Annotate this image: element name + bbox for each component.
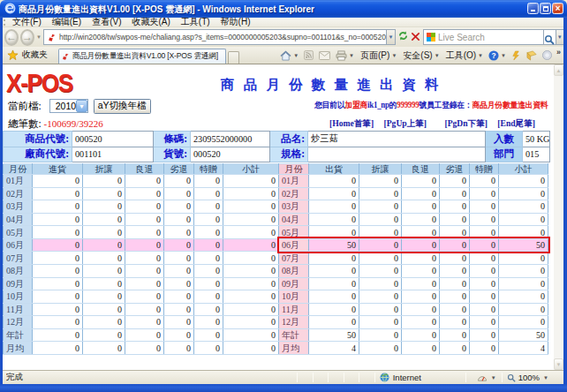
maximize-button[interactable] [540, 3, 551, 14]
scroll-up-button[interactable]: ▲ [554, 64, 563, 76]
value-cell: 0 [223, 187, 279, 200]
help-icon: ? [488, 50, 499, 61]
column-header: 小計 [499, 164, 548, 175]
table-row[interactable]: 04月00000004月000000 [4, 213, 548, 226]
value-cell: 0 [33, 303, 83, 316]
table-row[interactable]: 03月00000003月000000 [4, 200, 548, 214]
vertical-scrollbar[interactable]: ▲ ▼ [554, 64, 563, 370]
skype-button[interactable] [540, 47, 555, 64]
value-cell: 0 [223, 277, 279, 290]
value-cell: 0 [359, 226, 402, 239]
dept-label: 部門 [486, 147, 523, 162]
nav-pgup-link[interactable]: [PgUp上筆] [384, 118, 427, 128]
value-cell: 0 [194, 226, 223, 239]
table-row[interactable]: 10月00000010月000000 [4, 290, 548, 304]
switch-year-button[interactable]: aY切換年檔 [94, 99, 151, 114]
tools-menu-button[interactable]: 工具(O)▼ [442, 47, 486, 64]
table-row[interactable]: 07月00000007月000000 [4, 252, 548, 265]
read-mail-button[interactable] [316, 47, 333, 64]
table-row[interactable]: 12月00000012月000000 [4, 316, 548, 329]
minimize-button[interactable] [527, 3, 539, 14]
gauge-icon [477, 373, 488, 382]
vendor-code-field[interactable]: 001101 [72, 147, 154, 162]
product-name-field[interactable]: 炒三菇 [308, 132, 486, 147]
value-cell: 0 [440, 342, 470, 355]
page-menu-label: 页面(P) [360, 49, 389, 62]
item-code-field[interactable]: 000520 [72, 132, 154, 147]
active-tab[interactable]: 商品月份數量進出資料V1.00 [X-POS 雲通網] [58, 49, 226, 64]
close-button[interactable]: × [552, 3, 563, 14]
table-row[interactable]: 11月00000011月000000 [4, 303, 548, 316]
value-cell: 0 [440, 252, 470, 265]
value-cell: 0 [470, 303, 499, 316]
home-button[interactable]: ▼ [277, 47, 301, 64]
pack-field[interactable]: 50 KG [523, 132, 550, 147]
menu-view[interactable]: 查看(V) [87, 16, 126, 28]
value-cell: 0 [223, 264, 279, 277]
value-cell: 0 [359, 316, 402, 329]
menu-help[interactable]: 帮助(H) [215, 16, 256, 28]
address-field[interactable]: http://win2008/tw/swpos-me/chaliang.asp?… [43, 29, 387, 45]
security-zone: Internet [375, 371, 465, 384]
value-cell: 0 [223, 200, 279, 214]
menu-file[interactable]: 文件(F) [7, 16, 47, 28]
dept-field[interactable]: 015 [523, 147, 550, 162]
table-row[interactable]: 06月00000006月50000050 [4, 238, 548, 252]
value-cell: 0 [83, 264, 125, 277]
spec-field[interactable] [308, 147, 486, 162]
value-cell: 0 [359, 264, 402, 277]
table-row[interactable]: 09月00000009月000000 [4, 277, 548, 290]
zoom-control[interactable]: 100% ▼ [503, 371, 553, 384]
zoom-level: 100% [518, 373, 540, 382]
scroll-down-button[interactable]: ▼ [554, 358, 563, 370]
search-box[interactable]: Live Search [423, 29, 544, 45]
column-header: 劣退 [164, 164, 194, 175]
feeds-button[interactable] [301, 47, 316, 64]
protected-mode-panel[interactable]: ▼ [466, 371, 502, 384]
table-row[interactable]: 年計000000年計50000050 [4, 328, 548, 342]
sku-field[interactable]: 000520 [191, 147, 270, 162]
new-tab-button[interactable] [228, 51, 239, 64]
vendor-code-label: 廠商代號: [4, 147, 72, 162]
table-row[interactable]: 08月00000008月000000 [4, 264, 548, 277]
stop-button[interactable] [411, 29, 420, 45]
value-cell: 0 [223, 226, 279, 239]
value-cell: 0 [402, 277, 440, 290]
column-header: 特贈 [470, 164, 499, 175]
safety-menu-button[interactable]: 安全(S)▼ [399, 47, 442, 64]
live-search-icon [427, 33, 435, 41]
address-dropdown[interactable]: ▼ [387, 29, 396, 45]
value-cell: 0 [194, 238, 223, 252]
nav-pgdn-link[interactable]: [PgDn下筆] [444, 118, 488, 128]
login-message-segment: 您目前以 [314, 101, 344, 109]
favorites-button[interactable]: 收藏夹 [3, 47, 54, 64]
month-cell: 01月 [4, 175, 33, 188]
value-cell: 0 [402, 200, 440, 214]
value-cell: 0 [164, 175, 194, 188]
nav-end-link[interactable]: [End尾筆] [497, 118, 535, 128]
page-menu-button[interactable]: 页面(P)▼ [357, 47, 399, 64]
year-select[interactable]: 2010 ▼ [49, 99, 88, 113]
recent-pages-dropdown[interactable]: ▼ [36, 34, 42, 40]
help-button[interactable]: ? ▼ [486, 47, 509, 64]
forward-button[interactable]: → [20, 29, 34, 46]
value-cell: 0 [440, 238, 470, 252]
value-cell: 0 [194, 303, 223, 316]
table-row[interactable]: 02月00000002月000000 [4, 187, 548, 200]
value-cell: 0 [470, 213, 499, 226]
search-button[interactable] [544, 29, 556, 45]
menu-favorites[interactable]: 收藏夹(A) [126, 16, 175, 28]
nav-home-link[interactable]: [Home首筆] [329, 118, 374, 128]
messenger-button[interactable] [509, 47, 524, 64]
back-button[interactable]: ← [4, 29, 19, 46]
table-row[interactable]: 月均000000月均400004 [4, 342, 548, 355]
refresh-button[interactable] [397, 29, 409, 45]
menu-edit[interactable]: 编辑(E) [47, 16, 87, 28]
onenote-button[interactable] [524, 47, 540, 64]
table-row[interactable]: 05月00000005月000000 [4, 226, 548, 239]
value-cell: 0 [223, 342, 279, 355]
menu-tools[interactable]: 工具(T) [176, 16, 215, 28]
print-button[interactable]: ▼ [333, 47, 357, 64]
table-row[interactable]: 01月00000001月000000 [4, 175, 548, 188]
barcode-field[interactable]: 2309552000000 [191, 132, 270, 147]
